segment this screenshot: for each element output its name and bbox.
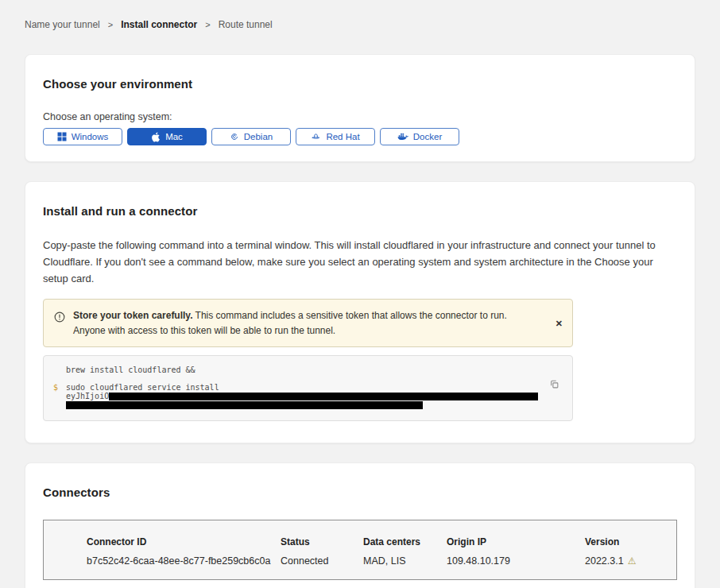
breadcrumb-install-connector[interactable]: Install connector: [121, 19, 197, 30]
os-button-label: Debian: [244, 132, 273, 141]
environment-card: Choose your environment Choose an operat…: [25, 54, 695, 162]
version-number: 2022.3.1: [585, 555, 624, 567]
environment-card-title: Choose your environment: [43, 77, 677, 91]
column-header-origin-ip: Origin IP: [447, 536, 585, 547]
os-select-label: Choose an operating system:: [43, 111, 677, 122]
column-header-connector-id: Connector ID: [87, 536, 281, 547]
status-badge: Connected: [281, 555, 363, 567]
copy-icon[interactable]: [548, 377, 561, 393]
table-header-row: Connector ID Status Data centers Origin …: [87, 536, 676, 547]
data-centers-value: MAD, LIS: [363, 555, 447, 567]
install-command-codeblock: brew install cloudflared && $ sudo cloud…: [43, 355, 573, 421]
os-button-label: Docker: [413, 132, 442, 141]
origin-ip-value: 109.48.10.179: [447, 555, 585, 567]
install-card-title: Install and run a connector: [43, 204, 677, 218]
connector-id-value: b7c52c42-6caa-48ee-8c77-fbe259cb6c0a: [87, 555, 281, 567]
redacted-token-bar: [109, 393, 538, 400]
close-icon[interactable]: ✕: [555, 319, 563, 327]
code-line-token: eyJhIjoiO: [44, 392, 572, 400]
breadcrumb-route-tunnel[interactable]: Route tunnel: [219, 19, 273, 30]
docker-icon: [397, 132, 408, 141]
code-line-token-2: [44, 400, 572, 409]
os-button-debian[interactable]: Debian: [211, 128, 291, 145]
alert-text: Store your token carefully. This command…: [73, 308, 538, 338]
debian-icon: [230, 132, 239, 141]
os-button-redhat[interactable]: Red Hat: [296, 128, 375, 145]
breadcrumb-separator: >: [108, 20, 113, 29]
install-connector-card: Install and run a connector Copy-paste t…: [25, 181, 695, 443]
breadcrumb-name-your-tunnel[interactable]: Name your tunnel: [25, 19, 100, 30]
windows-icon: [57, 132, 67, 141]
redacted-token-bar: [66, 401, 423, 409]
token-prefix: eyJhIjoiO: [66, 392, 109, 400]
column-header-data-centers: Data centers: [363, 536, 447, 547]
column-header-status: Status: [281, 536, 363, 547]
os-button-mac[interactable]: Mac: [127, 128, 207, 145]
os-button-label: Windows: [72, 132, 109, 141]
os-button-label: Red Hat: [326, 132, 359, 141]
code-line-sudo: $ sudo cloudflared service install: [44, 383, 572, 392]
alert-title: Store your token carefully.: [73, 310, 193, 321]
connectors-card-title: Connectors: [43, 485, 677, 499]
code-line-brew: brew install cloudflared &&: [44, 366, 572, 374]
shell-prompt: $: [44, 383, 66, 392]
connectors-table: Connector ID Status Data centers Origin …: [43, 520, 677, 580]
breadcrumb-separator: >: [205, 20, 210, 29]
os-button-docker[interactable]: Docker: [380, 128, 459, 145]
os-button-label: Mac: [165, 132, 183, 141]
redhat-icon: [311, 132, 321, 141]
install-card-description: Copy-paste the following command into a …: [43, 237, 677, 287]
warning-triangle-icon: ⚠: [628, 556, 637, 566]
alert-circle-icon: [54, 311, 65, 326]
column-header-version: Version: [585, 536, 676, 547]
tunnel-setup-page: Name your tunnel > Install connector > R…: [0, 0, 720, 588]
os-button-windows[interactable]: Windows: [43, 128, 122, 145]
version-value: 2022.3.1 ⚠: [585, 555, 676, 567]
table-row: b7c52c42-6caa-48ee-8c77-fbe259cb6c0a Con…: [87, 555, 676, 567]
breadcrumb: Name your tunnel > Install connector > R…: [25, 0, 695, 30]
token-warning-alert: Store your token carefully. This command…: [43, 299, 573, 347]
apple-icon: [151, 132, 161, 142]
os-button-group: Windows Mac Debian Red Hat: [43, 128, 677, 145]
connectors-card: Connectors Connector ID Status Data cent…: [25, 462, 695, 588]
code-command-text: sudo cloudflared service install: [66, 383, 219, 392]
